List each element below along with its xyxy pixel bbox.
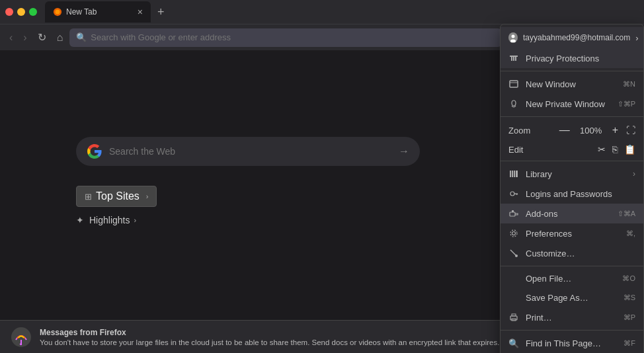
address-input[interactable] [91,32,495,42]
find-icon: 🔍 [508,338,519,348]
back-button[interactable]: ‹ [5,29,17,46]
print-item[interactable]: Print… ⌘P [501,307,643,327]
close-button[interactable] [5,8,13,16]
svg-point-11 [512,100,516,106]
divider-4 [501,266,643,266]
top-sites-section[interactable]: ⊞ Top Sites › [76,186,157,207]
customize-label: Customize… [526,249,575,258]
addons-shortcut: ⇧⌘A [618,210,635,218]
addons-svg [509,209,518,218]
highlights-arrow: › [134,216,136,224]
preferences-item[interactable]: Preferences ⌘, [501,223,643,243]
tab-favicon [53,7,62,17]
new-private-window-item[interactable]: New Private Window ⇧⌘P [501,94,643,114]
main-content: → ⊞ Top Sites › ✦ Highlights › [0,50,496,320]
top-sites-row[interactable]: ⊞ Top Sites › [76,186,420,207]
copy-button[interactable]: ⎘ [612,144,618,155]
find-label: Find in This Page… [526,338,601,348]
library-item[interactable]: Library › [501,164,643,184]
private-svg [509,99,518,108]
privacy-svg [509,54,518,63]
privacy-protections-row[interactable]: Privacy Protections [501,48,643,68]
privacy-protections-label: Privacy Protections [526,54,599,63]
addons-label: Add-ons [526,209,557,219]
find-item[interactable]: 🔍 Find in This Page… ⌘F [501,333,643,353]
divider-1 [501,71,643,71]
find-shortcut: ⌘F [624,339,635,348]
refresh-button[interactable]: ↻ [34,28,50,46]
top-sites-label: Top Sites [96,190,140,202]
account-chevron: › [635,33,638,43]
preferences-shortcut: ⌘, [626,229,635,238]
print-icon [508,312,519,323]
notification-content: Messages from Firefox You don't have to … [40,328,499,346]
forward-button[interactable]: › [19,29,30,46]
svg-rect-12 [510,171,511,177]
library-menu-icon [508,169,519,179]
edit-row: Edit ✂ ⎘ 📋 [501,141,643,158]
open-file-shortcut: ⌘O [622,274,635,283]
account-email: tayyabahmed99@hotmail.com [523,33,630,42]
dropdown-menu: tayyabahmed99@hotmail.com › Privacy Prot… [500,24,644,353]
maximize-button[interactable] [29,8,37,16]
zoom-expand-icon[interactable]: ⛶ [626,125,635,136]
google-logo [87,143,102,159]
notification-title: Messages from Firefox [40,328,499,337]
logins-label: Logins and Passwords [526,189,612,199]
zoom-percentage: 100% [578,126,604,136]
new-window-icon [508,79,519,89]
tab-close-button[interactable]: × [138,7,143,17]
highlights-label: Highlights [89,215,130,225]
svg-rect-6 [511,57,512,61]
notification-text: You don't have to store your large files… [40,338,499,346]
svg-point-22 [512,232,516,235]
preferences-icon [508,228,519,239]
svg-rect-15 [516,171,518,177]
window-svg [509,79,518,89]
top-sites-icon: ⊞ [85,192,92,202]
library-svg [509,169,518,178]
home-button[interactable]: ⌂ [53,29,67,46]
cut-button[interactable]: ✂ [598,144,606,155]
highlights-row[interactable]: ✦ Highlights › [76,215,420,225]
svg-point-3 [512,35,515,38]
minimize-button[interactable] [17,8,25,16]
account-row[interactable]: tayyabahmed99@hotmail.com › [501,27,643,48]
google-search-bar[interactable]: → [76,137,420,166]
logins-item[interactable]: Logins and Passwords [501,184,643,204]
search-icon: 🔍 [76,32,87,42]
new-window-label: New Window [526,79,576,89]
logins-svg [509,189,518,198]
highlights-icon: ✦ [76,215,84,225]
top-sites-arrow: › [146,192,149,200]
divider-3 [501,161,643,161]
addons-icon [508,208,519,219]
customize-icon [508,248,519,258]
addons-item[interactable]: Add-ons ⇧⌘A [501,204,643,223]
paste-button[interactable]: 📋 [624,144,635,155]
zoom-label: Zoom [508,126,551,136]
save-page-item[interactable]: Save Page As… ⌘S [501,288,643,307]
customize-item[interactable]: Customize… [501,243,643,263]
active-tab[interactable]: New Tab × [45,1,151,22]
forward-icon: › [23,32,26,43]
new-tab-button[interactable]: + [153,5,169,19]
search-arrow-icon: → [399,145,409,157]
svg-point-25 [515,255,518,257]
svg-line-24 [510,250,516,255]
tab-bar: New Tab × + [0,0,644,24]
private-window-icon [508,98,519,109]
account-svg [508,33,518,42]
new-window-item[interactable]: New Window ⌘N [501,74,643,94]
zoom-minus-button[interactable]: — [557,123,573,137]
address-bar: 🔍 [69,28,502,47]
svg-rect-9 [510,81,518,87]
divider-5 [501,330,643,331]
zoom-row: Zoom — 100% + ⛶ [501,120,643,141]
open-file-item[interactable]: Open File… ⌘O [501,269,643,288]
new-private-window-label: New Private Window [526,99,605,109]
edit-label: Edit [508,145,592,155]
zoom-plus-button[interactable]: + [610,123,621,137]
google-search-input[interactable] [109,146,392,157]
print-label: Print… [526,313,552,323]
